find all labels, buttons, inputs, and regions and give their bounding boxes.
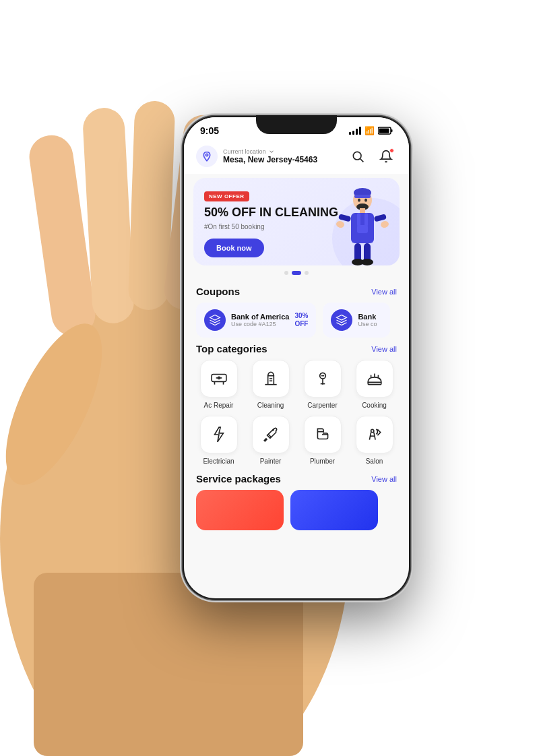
- category-cleaning[interactable]: Cleaning: [248, 360, 293, 409]
- carpenter-label: Carpenter: [307, 402, 337, 409]
- category-salon[interactable]: Salon: [352, 416, 397, 465]
- service-package-card-1[interactable]: [196, 490, 284, 530]
- painter-label: Painter: [260, 458, 282, 465]
- svg-rect-8: [379, 129, 389, 133]
- coupon-name-1: Bank of America: [231, 313, 289, 321]
- plumber-icon: [314, 426, 331, 443]
- book-now-button[interactable]: Book now: [204, 239, 264, 257]
- categories-title: Top categories: [196, 343, 267, 354]
- painter-icon-box: [252, 416, 290, 453]
- salon-icon: [366, 426, 383, 443]
- service-packages-header: Service packages View all: [184, 465, 409, 490]
- location-section[interactable]: Current location Mesa, New Jersey-45463: [196, 146, 317, 167]
- status-icons: 📶: [349, 126, 393, 135]
- coupon-code-2: Use co: [358, 321, 382, 327]
- search-button[interactable]: [347, 146, 369, 167]
- signal-icon: [349, 127, 361, 135]
- location-pin-icon: [201, 151, 212, 162]
- salon-icon-box: [356, 416, 393, 453]
- coupons-view-all[interactable]: View all: [371, 288, 397, 296]
- categories-grid: Ac Repair Cle: [184, 360, 409, 465]
- cooking-label: Cooking: [362, 402, 387, 409]
- svg-rect-24: [338, 214, 351, 222]
- coupon-card-1[interactable]: Bank of America Use code #A125 30% OFF: [196, 303, 316, 338]
- coupon-name-2: Bank: [358, 313, 382, 321]
- svg-point-27: [380, 220, 389, 229]
- electrician-icon: [210, 426, 228, 443]
- category-carpenter[interactable]: Carpenter: [300, 360, 345, 409]
- phone-frame: 9:05 📶: [182, 115, 411, 600]
- svg-line-12: [360, 159, 364, 162]
- plumber-label: Plumber: [310, 458, 335, 465]
- svg-rect-25: [374, 214, 387, 222]
- svg-rect-9: [391, 129, 393, 132]
- coupon-logo-2: [331, 309, 352, 331]
- coupon-code-1: Use code #A125: [231, 321, 289, 327]
- coupons-section-header: Coupons View all: [184, 280, 409, 303]
- ac-repair-label: Ac Repair: [204, 402, 234, 409]
- svg-point-17: [364, 199, 367, 202]
- promo-banner[interactable]: NEW OFFER 50% OFF IN CLEANING #On first …: [193, 178, 400, 265]
- coupons-list[interactable]: Bank of America Use code #A125 30% OFF: [184, 303, 409, 338]
- dot-3: [305, 271, 309, 275]
- svg-rect-15: [354, 195, 371, 198]
- notification-button[interactable]: [375, 146, 397, 167]
- search-icon: [351, 150, 364, 163]
- coupons-title: Coupons: [196, 286, 240, 297]
- dot-2-active: [292, 271, 301, 275]
- app-header: Current location Mesa, New Jersey-45463: [184, 140, 409, 174]
- carpenter-icon-box: [304, 360, 342, 398]
- categories-view-all[interactable]: View all: [371, 345, 397, 353]
- coupon-logo-1: [204, 309, 226, 331]
- svg-point-16: [358, 199, 360, 202]
- dot-1: [284, 271, 288, 275]
- cooking-icon-box: [356, 360, 393, 398]
- service-packages-title: Service packages: [196, 473, 281, 484]
- new-offer-badge: NEW OFFER: [204, 191, 249, 201]
- svg-rect-22: [364, 213, 368, 226]
- categories-section-header: Top categories View all: [184, 338, 409, 360]
- cooking-icon: [366, 370, 383, 387]
- electrician-label: Electrician: [203, 458, 234, 465]
- category-cooking[interactable]: Cooking: [352, 360, 397, 409]
- category-painter[interactable]: Painter: [248, 416, 293, 465]
- service-package-card-2[interactable]: [290, 490, 378, 530]
- battery-icon: [378, 127, 393, 135]
- current-location-label: Current location: [223, 148, 266, 155]
- wifi-icon: 📶: [364, 126, 375, 135]
- coupon-discount-1: 30% OFF: [294, 312, 308, 328]
- svg-point-31: [361, 259, 373, 265]
- scroll-content[interactable]: NEW OFFER 50% OFF IN CLEANING #On first …: [184, 174, 409, 598]
- salon-label: Salon: [366, 458, 383, 465]
- cleaning-icon: [262, 370, 280, 387]
- category-electrician[interactable]: Electrician: [196, 416, 241, 465]
- banner-dots: [184, 271, 409, 275]
- painter-icon: [262, 426, 280, 443]
- service-packages-list[interactable]: [184, 490, 409, 530]
- svg-rect-21: [357, 213, 360, 226]
- svg-rect-23: [357, 225, 368, 233]
- ac-repair-icon: [210, 370, 228, 387]
- chevron-down-icon: [268, 148, 275, 155]
- notch: [256, 115, 337, 134]
- category-plumber[interactable]: Plumber: [300, 416, 345, 465]
- cleaning-label: Cleaning: [257, 402, 284, 409]
- plumber-icon-box: [304, 416, 342, 453]
- service-packages-view-all[interactable]: View all: [371, 475, 397, 483]
- cleaning-icon-box: [252, 360, 290, 398]
- carpenter-icon: [314, 370, 331, 387]
- location-pin-bg: [196, 146, 218, 167]
- notification-badge: [389, 148, 394, 153]
- svg-point-26: [336, 220, 345, 229]
- svg-point-10: [205, 154, 208, 156]
- ac-repair-icon-box: [200, 360, 238, 398]
- banner-character: [332, 188, 393, 265]
- coupon-card-2[interactable]: Bank Use co: [323, 303, 390, 338]
- category-ac-repair[interactable]: Ac Repair: [196, 360, 241, 409]
- status-time: 9:05: [200, 125, 219, 136]
- svg-rect-19: [360, 208, 365, 214]
- location-name: Mesa, New Jersey-45463: [223, 155, 317, 164]
- electrician-icon-box: [200, 416, 238, 453]
- svg-point-11: [353, 152, 361, 160]
